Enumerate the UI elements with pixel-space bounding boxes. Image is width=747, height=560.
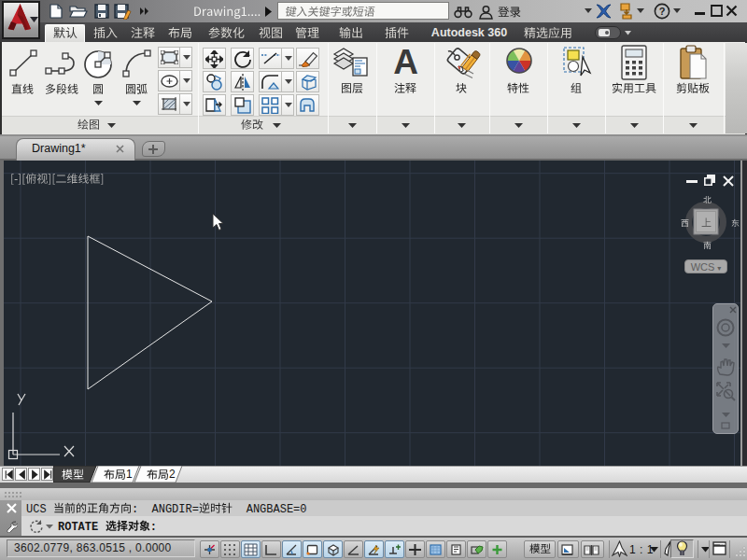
svg-text:?: ? bbox=[659, 6, 666, 17]
